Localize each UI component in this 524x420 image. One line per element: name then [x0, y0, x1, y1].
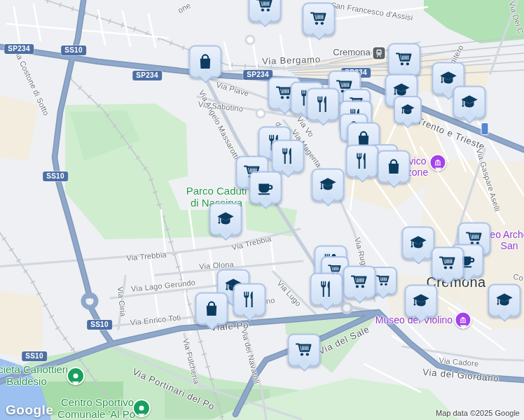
- cart-icon: [310, 10, 329, 29]
- education-icon: [400, 102, 415, 118]
- place-label-park: Società CanottieriBaldesio: [0, 363, 68, 388]
- cart-icon: [395, 50, 414, 69]
- cart-icon: [375, 273, 391, 288]
- education-icon: [439, 69, 458, 88]
- marker-education[interactable]: [402, 227, 435, 260]
- transit-stop-icon[interactable]: [481, 122, 489, 135]
- restaurant-icon: [314, 95, 333, 114]
- marker-cart[interactable]: [288, 334, 321, 367]
- park-poi-icon[interactable]: [67, 367, 85, 385]
- marker-bag[interactable]: [189, 46, 222, 78]
- restaurant-icon: [240, 290, 259, 309]
- marker-education[interactable]: [394, 96, 422, 124]
- route-badge-ss10: SS10: [61, 46, 86, 55]
- marker-restaurant[interactable]: [346, 145, 379, 178]
- education-icon: [495, 291, 514, 310]
- map-attribution: Map data ©2025 Google: [436, 409, 520, 417]
- route-badge-sp234: SP234: [4, 44, 34, 54]
- marker-education[interactable]: [488, 284, 521, 317]
- marker-cart[interactable]: [249, 0, 282, 22]
- place-label-museum: eo ArcheSan: [490, 229, 524, 251]
- education-icon: [319, 176, 338, 195]
- place-label-park: Centro SportivoComunale 'Al Po': [57, 396, 137, 420]
- marker-bag[interactable]: [195, 293, 228, 326]
- bag-icon: [196, 52, 215, 71]
- marker-education[interactable]: [453, 86, 486, 119]
- place-label-town: Cremona: [333, 48, 370, 58]
- marker-education[interactable]: [209, 203, 242, 236]
- train-station-icon[interactable]: [373, 48, 385, 59]
- marker-restaurant[interactable]: [310, 273, 343, 306]
- marker-education[interactable]: [405, 285, 438, 318]
- route-badge-ss10: SS10: [43, 172, 68, 181]
- cart-icon: [256, 0, 275, 15]
- marker-restaurant[interactable]: [233, 284, 266, 316]
- education-icon: [409, 234, 428, 253]
- marker-cart[interactable]: [303, 3, 336, 36]
- bag-icon: [385, 158, 404, 176]
- cart-icon: [350, 273, 369, 292]
- marker-bag[interactable]: [378, 150, 411, 183]
- road-label: Via Bergamo: [262, 54, 321, 66]
- restaurant-icon: [317, 280, 336, 299]
- marker-education[interactable]: [312, 169, 345, 202]
- park-poi-icon[interactable]: [132, 399, 151, 417]
- cart-icon: [439, 254, 457, 273]
- museum-poi-icon[interactable]: [429, 154, 447, 172]
- cart-icon: [295, 341, 314, 360]
- map-canvas[interactable]: oneVia BergamoSan Francesco d'AssisiVia …: [0, 0, 524, 420]
- education-icon: [412, 292, 431, 311]
- route-badge-ss10: SS10: [22, 351, 47, 361]
- route-badge-ss10: SS10: [87, 320, 112, 330]
- marker-restaurant[interactable]: [307, 88, 340, 121]
- cafe-icon: [256, 178, 275, 197]
- marker-cart[interactable]: [388, 43, 421, 76]
- education-icon: [460, 93, 479, 112]
- restaurant-icon: [353, 152, 372, 171]
- marker-cart[interactable]: [432, 247, 464, 280]
- restaurant-icon: [279, 147, 298, 166]
- google-logo[interactable]: Google: [6, 402, 53, 418]
- education-icon: [216, 210, 235, 229]
- marker-restaurant[interactable]: [272, 140, 305, 173]
- museum-poi-icon[interactable]: [455, 312, 472, 329]
- route-badge-sp234: SP234: [243, 70, 273, 80]
- marker-cafe[interactable]: [249, 172, 282, 204]
- bag-icon: [202, 300, 221, 318]
- route-badge-sp234: SP234: [132, 71, 162, 80]
- marker-cart[interactable]: [343, 266, 376, 299]
